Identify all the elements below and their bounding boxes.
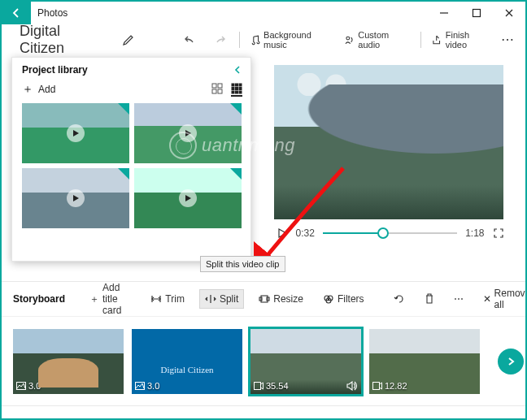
title-card-caption: Digital Citizen: [132, 365, 242, 375]
play-overlay-icon: [67, 189, 85, 207]
used-marker-icon: [230, 168, 242, 180]
storyboard-clip[interactable]: Digital Citizen 3.0: [132, 329, 242, 394]
divider: [420, 32, 421, 48]
library-item[interactable]: [134, 168, 242, 228]
clip-audio-icon: [346, 381, 358, 391]
background-music-button[interactable]: Background music: [250, 30, 334, 50]
app-title: Photos: [31, 7, 428, 19]
play-overlay-icon: [67, 124, 85, 142]
grid-small-icon: [231, 83, 242, 94]
seek-knob[interactable]: [377, 227, 389, 239]
close-button[interactable]: [493, 2, 525, 24]
undo-icon: [184, 33, 197, 46]
storyboard-clip[interactable]: 3.0: [13, 329, 124, 394]
used-marker-icon: [230, 103, 242, 115]
project-library-title: Project library: [22, 64, 88, 76]
maximize-icon: [472, 8, 481, 18]
resize-button[interactable]: Resize: [254, 290, 308, 308]
rotate-button[interactable]: [389, 290, 410, 308]
plus-icon: ＋: [22, 82, 33, 97]
library-item[interactable]: [22, 168, 129, 228]
delete-button[interactable]: [420, 290, 439, 308]
used-marker-icon: [118, 168, 129, 180]
trim-button[interactable]: Trim: [146, 290, 189, 308]
project-library-panel: Project library ＋Add: [11, 57, 251, 262]
play-overlay-icon: [179, 189, 197, 207]
speaker-icon: [346, 381, 358, 391]
grid-small-button[interactable]: [231, 83, 242, 97]
image-icon: [135, 382, 145, 390]
image-icon: [16, 382, 26, 390]
library-item[interactable]: [22, 103, 129, 163]
svg-point-1: [346, 37, 350, 40]
add-media-button[interactable]: ＋Add: [22, 82, 55, 97]
undo-button[interactable]: [184, 33, 197, 46]
trash-icon: [425, 293, 434, 305]
fullscreen-icon: [493, 227, 504, 239]
project-name: Digital Citizen: [20, 23, 106, 57]
back-button[interactable]: [2, 2, 31, 24]
remove-icon: ✕: [483, 293, 491, 305]
rotate-icon: [394, 293, 405, 305]
split-tooltip: Split this video clip: [200, 256, 285, 272]
trim-icon: [150, 294, 162, 304]
music-icon: [250, 34, 260, 45]
annotation-arrow: [254, 164, 351, 270]
svg-rect-9: [232, 87, 234, 89]
filters-button[interactable]: Filters: [318, 290, 369, 308]
grid-large-icon: [211, 83, 223, 94]
svg-rect-12: [232, 91, 234, 93]
svg-rect-6: [232, 84, 234, 86]
clip-duration: 35.54: [266, 381, 289, 391]
chevron-right-icon: [505, 356, 516, 367]
arrow-left-icon: [11, 7, 22, 19]
redo-icon: [213, 33, 226, 46]
storyboard-strip: 3.0 Digital Citizen 3.0 35.54 12.82: [2, 317, 525, 406]
storyboard-clip[interactable]: 12.82: [369, 329, 480, 394]
library-item[interactable]: [134, 103, 242, 163]
collapse-library-button[interactable]: [233, 65, 242, 75]
svg-rect-10: [236, 87, 238, 89]
add-title-card-button[interactable]: ＋Add title card: [85, 279, 126, 319]
svg-rect-4: [212, 89, 216, 93]
maximize-button[interactable]: [460, 2, 493, 24]
more-icon: ⋯: [454, 293, 464, 305]
total-time: 1:18: [465, 227, 484, 239]
scroll-right-button[interactable]: [498, 349, 524, 375]
fullscreen-button[interactable]: [493, 227, 504, 239]
svg-rect-11: [239, 87, 242, 89]
play-overlay-icon: [179, 124, 197, 142]
video-icon: [372, 382, 382, 390]
storyboard-clip[interactable]: 35.54: [250, 329, 361, 394]
svg-rect-24: [373, 382, 380, 389]
svg-rect-23: [255, 382, 261, 389]
close-icon: [504, 8, 514, 18]
divider: [239, 32, 240, 48]
video-icon: [254, 382, 264, 390]
minimize-button[interactable]: [428, 2, 460, 24]
svg-rect-13: [236, 91, 238, 93]
plus-icon: ＋: [89, 292, 99, 306]
clip-duration: 3.0: [147, 381, 159, 391]
storyboard-more-button[interactable]: ⋯: [449, 290, 468, 308]
audio-person-icon: [344, 34, 355, 45]
redo-button[interactable]: [213, 33, 226, 46]
remove-all-button[interactable]: ✕Remove all: [478, 284, 527, 314]
more-button[interactable]: ⋯: [501, 32, 514, 47]
export-icon: [431, 34, 442, 45]
svg-rect-14: [239, 91, 242, 93]
filters-icon: [323, 294, 334, 304]
svg-rect-2: [212, 84, 216, 88]
svg-rect-5: [218, 89, 222, 93]
finish-video-button[interactable]: Finish video: [431, 30, 491, 50]
split-button[interactable]: Split: [199, 289, 244, 309]
svg-rect-8: [239, 84, 242, 86]
resize-icon: [259, 294, 270, 304]
used-marker-icon: [118, 103, 129, 115]
svg-rect-7: [236, 84, 238, 86]
split-icon: [205, 294, 216, 304]
custom-audio-button[interactable]: Custom audio: [344, 30, 411, 50]
pencil-icon: [122, 33, 135, 46]
grid-large-button[interactable]: [211, 83, 223, 97]
rename-button[interactable]: [122, 33, 135, 46]
